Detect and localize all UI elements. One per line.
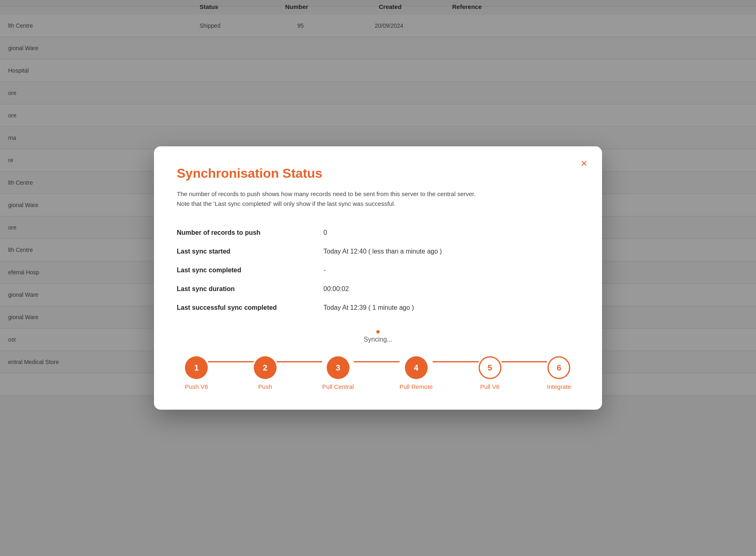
step-circle-2: 2 [254,356,277,379]
info-label: Last sync started [177,248,323,255]
step-connector [433,361,478,362]
step-circle-5: 5 [479,356,501,379]
step-connector [354,361,400,362]
steps-container: 1 Push V6 2 Push 3 Pull Central 4 Pull R… [177,356,579,390]
info-label: Last sync duration [177,285,323,293]
info-table: Number of records to push 0 Last sync st… [177,223,579,317]
modal-description: The number of records to push shows how … [177,189,579,209]
info-value: Today At 12:40 ( less than a minute ago … [323,248,442,255]
info-row: Last sync duration 00:00:02 [177,280,579,298]
step-circle-4: 4 [405,356,428,379]
info-value: - [323,267,325,274]
step-label-4: Pull Remote [400,383,433,390]
sync-status-modal: × Synchronisation Status The number of r… [154,146,602,410]
sync-dot-indicator [376,330,380,333]
info-value: Today At 12:39 ( 1 minute ago ) [323,304,414,311]
step-label-3: Pull Central [322,383,354,390]
info-label: Last successful sync completed [177,304,323,311]
step-5: 5 Pull V6 [479,356,501,390]
close-button[interactable]: × [578,156,591,171]
step-label-1: Push V6 [185,383,208,390]
step-6: 6 Integrate [547,356,571,390]
step-1: 1 Push V6 [185,356,208,390]
step-label-2: Push [258,383,272,390]
step-label-5: Pull V6 [480,383,500,390]
info-row: Number of records to push 0 [177,223,579,242]
step-3: 3 Pull Central [322,356,354,390]
step-connector [277,361,322,362]
info-value: 00:00:02 [323,285,349,293]
modal-title: Synchronisation Status [177,166,579,181]
step-connector [501,361,547,362]
info-row: Last sync completed - [177,261,579,280]
step-circle-6: 6 [547,356,570,379]
info-row: Last sync started Today At 12:40 ( less … [177,242,579,261]
step-connector [208,361,254,362]
modal-overlay: × Synchronisation Status The number of r… [0,0,756,556]
info-label: Number of records to push [177,229,323,236]
step-4: 4 Pull Remote [400,356,433,390]
sync-text: Syncing... [364,336,392,343]
step-label-6: Integrate [547,383,571,390]
step-2: 2 Push [254,356,277,390]
info-row: Last successful sync completed Today At … [177,298,579,317]
info-value: 0 [323,229,327,236]
step-circle-3: 3 [327,356,349,379]
info-label: Last sync completed [177,267,323,274]
step-circle-1: 1 [185,356,208,379]
sync-section: Syncing... [177,330,579,343]
